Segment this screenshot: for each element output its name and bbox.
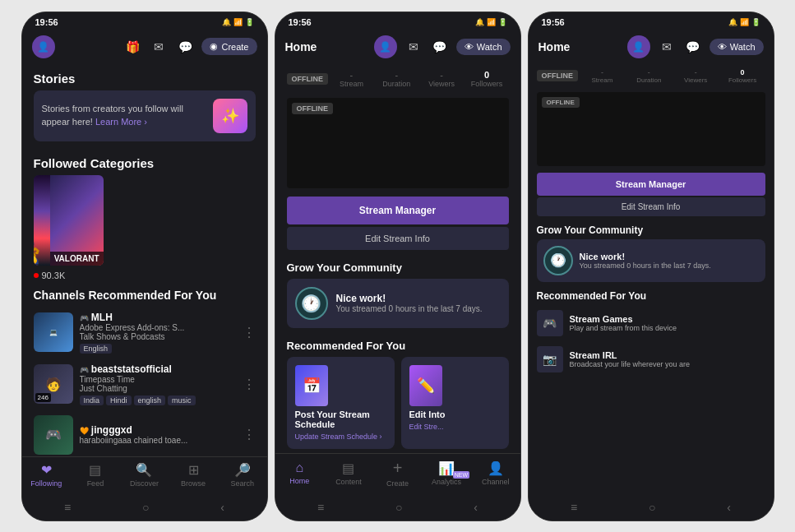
avatar-3[interactable]: 👤 bbox=[627, 35, 650, 58]
stat-stream-3: - Stream bbox=[580, 68, 625, 84]
discover-label: Discover bbox=[130, 479, 159, 488]
create-button[interactable]: ◉ Create bbox=[201, 38, 257, 55]
stat-duration-3: - Duration bbox=[626, 68, 672, 84]
phones-container: 19:56 🔔📶🔋 👤 🎁 ✉ 💬 ◉ Create Stories Stori… bbox=[0, 0, 795, 532]
stories-sparkle-icon: ✨ bbox=[213, 99, 247, 133]
beast-tags: India Hindi english music bbox=[80, 396, 236, 405]
rec-item-irl[interactable]: 📷 Stream IRL Broadcast your life whereve… bbox=[529, 341, 774, 377]
watch-button-3[interactable]: 👁 Watch bbox=[709, 39, 764, 55]
status-bar-1: 19:56 🔔📶🔋 bbox=[22, 12, 267, 30]
nav-following[interactable]: ❤ Following bbox=[22, 462, 72, 488]
chat-icon[interactable]: 💬 bbox=[175, 37, 195, 57]
status-bar-2: 19:56 🔔📶🔋 bbox=[275, 12, 520, 30]
bottom-nav-1: ❤ Following ▤ Feed 🔍 Discover ⊞ Browse 🔎… bbox=[22, 456, 267, 494]
offline-badge-preview-2: OFFLINE bbox=[292, 103, 334, 114]
stories-title: Stories bbox=[22, 63, 267, 90]
home-title-3: Home bbox=[538, 40, 571, 53]
rec-title-3: Recommended For You bbox=[529, 287, 774, 305]
home-icon-sys-3[interactable]: ○ bbox=[649, 501, 655, 514]
gift-icon[interactable]: 🎁 bbox=[122, 37, 142, 57]
clock-icon-3: 🕐 bbox=[543, 246, 573, 275]
mlh-more-icon[interactable]: ⋮ bbox=[243, 325, 256, 340]
jing-more-icon[interactable]: ⋮ bbox=[243, 427, 256, 442]
mail-icon-2[interactable]: ✉ bbox=[404, 37, 423, 57]
back-icon-1[interactable]: ‹ bbox=[220, 501, 224, 514]
phone-2: 19:56 🔔📶🔋 Home 👤 ✉ 💬 👁 Watch OFFLINE - S… bbox=[275, 12, 521, 521]
beast-info: 🎮 beaststatsofficial Timepass Time Just … bbox=[80, 363, 236, 405]
rec-cards-2: 📅 Post Your Stream Schedule Update Strea… bbox=[275, 357, 520, 453]
grow-text-3: Nice work! You streamed 0 hours in the l… bbox=[580, 252, 711, 270]
nav-bar-3: Home 👤 ✉ 💬 👁 Watch bbox=[529, 30, 774, 63]
following-label: Following bbox=[30, 479, 62, 488]
rec-card-schedule[interactable]: 📅 Post Your Stream Schedule Update Strea… bbox=[287, 357, 395, 449]
watch-button-2[interactable]: 👁 Watch bbox=[456, 39, 511, 55]
stat-viewers-3: - Viewers bbox=[673, 68, 719, 84]
nav-feed[interactable]: ▤ Feed bbox=[71, 462, 120, 488]
valorant-thumb[interactable]: 🧙 VALORANT bbox=[34, 175, 104, 266]
channel-item-mlh[interactable]: 💻 🎮 MLH Adobe Express Add-ons: S... Talk… bbox=[22, 307, 267, 359]
nav-home-2[interactable]: ⌂ Home bbox=[275, 459, 325, 488]
edit-stream-button-2[interactable]: Edit Stream Info bbox=[287, 227, 509, 250]
menu-icon-2[interactable]: ≡ bbox=[317, 501, 324, 514]
phone-1-content: Stories Stories from creators you follow… bbox=[22, 63, 267, 456]
edit-stream-button-3[interactable]: Edit Stream Info bbox=[537, 197, 765, 216]
menu-icon-1[interactable]: ≡ bbox=[64, 501, 71, 514]
channel-item-beast[interactable]: 🧑 246 🎮 beaststatsofficial Timepass Time… bbox=[22, 359, 267, 410]
learn-more-link[interactable]: Learn More › bbox=[95, 117, 147, 127]
status-time-1: 19:56 bbox=[35, 17, 58, 27]
valorant-viewers: 90.3K bbox=[22, 271, 267, 280]
status-time-2: 19:56 bbox=[289, 17, 312, 27]
back-icon-2[interactable]: ‹ bbox=[474, 501, 478, 514]
back-icon-3[interactable]: ‹ bbox=[727, 501, 731, 514]
chat-icon-3[interactable]: 💬 bbox=[683, 37, 703, 57]
nav-search[interactable]: 🔎 Search bbox=[218, 462, 267, 488]
nav-channel-2[interactable]: 👤 Channel bbox=[471, 459, 520, 488]
search-label: Search bbox=[230, 479, 254, 488]
stories-text: Stories from creators you follow will ap… bbox=[42, 103, 206, 128]
nav-content-2[interactable]: ▤ Content bbox=[324, 459, 373, 488]
stream-manager-button-2[interactable]: Stream Manager bbox=[287, 197, 509, 224]
mlh-info: 🎮 MLH Adobe Express Add-ons: S... Talk S… bbox=[80, 312, 236, 354]
avatar-2[interactable]: 👤 bbox=[374, 35, 397, 58]
feed-icon: ▤ bbox=[89, 462, 101, 478]
grow-card-2: 🕐 Nice work! You streamed 0 hours in the… bbox=[287, 279, 509, 328]
stream-manager-button-3[interactable]: Stream Manager bbox=[537, 173, 765, 196]
nav-bar-1: 👤 🎁 ✉ 💬 ◉ Create bbox=[22, 30, 267, 63]
clock-icon-2: 🕐 bbox=[295, 287, 328, 320]
home-icon-nav-2: ⌂ bbox=[295, 460, 303, 475]
home-label-2: Home bbox=[289, 477, 309, 485]
home-icon-sys-2[interactable]: ○ bbox=[395, 501, 402, 514]
nav-discover[interactable]: 🔍 Discover bbox=[120, 462, 169, 488]
home-icon-1[interactable]: ○ bbox=[142, 501, 149, 514]
beast-more-icon[interactable]: ⋮ bbox=[243, 377, 256, 392]
beast-name: 🎮 beaststatsofficial bbox=[80, 363, 236, 375]
stat-stream: - Stream bbox=[330, 70, 373, 88]
discover-icon: 🔍 bbox=[136, 462, 152, 478]
chat-icon-2[interactable]: 💬 bbox=[430, 37, 450, 57]
content-icon-2: ▤ bbox=[342, 460, 354, 476]
tag-english: English bbox=[80, 344, 113, 354]
create-icon-2: + bbox=[393, 459, 403, 478]
status-icons-2: 🔔📶🔋 bbox=[475, 18, 507, 26]
nav-create-2[interactable]: + Create bbox=[373, 459, 423, 488]
status-bar-3: 19:56 🔔📶🔋 bbox=[529, 12, 774, 30]
status-time-3: 19:56 bbox=[542, 17, 565, 27]
browse-label: Browse bbox=[181, 479, 206, 488]
browse-icon: ⊞ bbox=[188, 462, 199, 478]
channel-item-jing[interactable]: 🎮 🧡 jingggxd haraboiingaaa chained toae.… bbox=[22, 410, 267, 456]
offline-badge-preview-3: OFFLINE bbox=[542, 97, 580, 108]
jing-desc: haraboiingaaa chained toae... bbox=[80, 436, 236, 445]
avatar-1[interactable]: 👤 bbox=[32, 35, 55, 58]
mail-icon[interactable]: ✉ bbox=[149, 37, 169, 57]
mail-icon-3[interactable]: ✉ bbox=[657, 37, 677, 57]
nav-browse[interactable]: ⊞ Browse bbox=[169, 462, 218, 488]
rec-card-edit[interactable]: ✏️ Edit Into Edit Stre... bbox=[401, 357, 509, 449]
menu-icon-3[interactable]: ≡ bbox=[571, 501, 577, 514]
grow-text-2: Nice work! You streamed 0 hours in the l… bbox=[336, 293, 483, 313]
games-icon: 🎮 bbox=[537, 310, 563, 336]
nav-analytics-2[interactable]: 📊 Analytics NEW bbox=[422, 459, 471, 488]
offline-badge-3: OFFLINE bbox=[537, 70, 579, 81]
followed-categories-title: Followed Categories bbox=[22, 148, 267, 175]
schedule-icon: 📅 bbox=[295, 365, 328, 406]
rec-item-games[interactable]: 🎮 Stream Games Play and stream from this… bbox=[529, 305, 774, 341]
